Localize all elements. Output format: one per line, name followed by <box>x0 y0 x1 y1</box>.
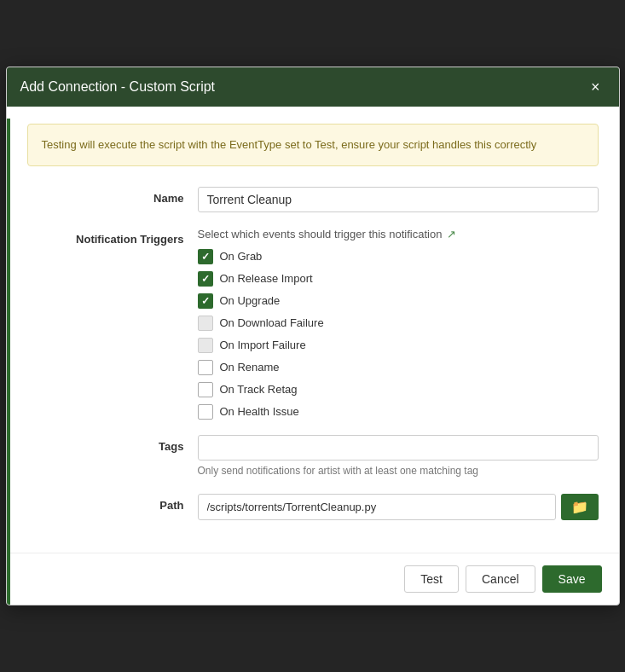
checkbox-disabled-3 <box>198 316 213 331</box>
checkbox-label-1[interactable]: On Release Import <box>220 272 313 285</box>
triggers-wrap: Select which events should trigger this … <box>198 228 599 420</box>
checkbox-disabled-4 <box>198 338 213 353</box>
triggers-header: Select which events should trigger this … <box>198 228 599 240</box>
checkbox-unchecked-6[interactable] <box>198 382 213 397</box>
tags-input[interactable] <box>198 435 599 461</box>
checkbox-checked-2[interactable] <box>198 293 213 309</box>
name-row: Name <box>27 187 599 212</box>
info-box: Testing will execute the script with the… <box>27 124 599 166</box>
checkbox-item: On Track Retag <box>198 382 599 397</box>
triggers-label: Notification Triggers <box>27 228 198 246</box>
name-label: Name <box>27 187 198 205</box>
checkbox-unchecked-7[interactable] <box>198 404 213 420</box>
tags-field-wrap: Only send notifications for artist with … <box>198 435 599 478</box>
checkbox-label-3: On Download Failure <box>220 316 324 329</box>
modal-footer: Test Cancel Save <box>7 553 619 605</box>
checkbox-label-6[interactable]: On Track Retag <box>220 383 298 396</box>
modal-title: Add Connection - Custom Script <box>20 79 216 95</box>
modal-header: Add Connection - Custom Script × <box>7 67 619 107</box>
path-label: Path <box>27 494 198 512</box>
cancel-button[interactable]: Cancel <box>466 565 535 593</box>
path-row: Path 📁 <box>27 494 599 520</box>
checkbox-item: On Release Import <box>198 271 599 287</box>
path-wrap: 📁 <box>198 494 599 520</box>
external-link-icon: ↗ <box>447 228 456 240</box>
checkbox-list: On GrabOn Release ImportOn UpgradeOn Dow… <box>198 249 599 420</box>
modal-dialog: Add Connection - Custom Script × Testing… <box>6 67 620 605</box>
checkbox-checked-1[interactable] <box>198 271 213 287</box>
checkbox-item: On Grab <box>198 249 599 264</box>
triggers-header-text: Select which events should trigger this … <box>198 228 443 240</box>
path-input[interactable] <box>198 494 556 520</box>
checkbox-checked-0[interactable] <box>198 249 213 264</box>
close-button[interactable]: × <box>586 78 605 96</box>
test-button[interactable]: Test <box>404 565 459 593</box>
save-button[interactable]: Save <box>542 565 602 593</box>
tags-hint: Only send notifications for artist with … <box>198 464 599 478</box>
tags-label: Tags <box>27 435 198 453</box>
checkbox-label-0[interactable]: On Grab <box>220 250 263 263</box>
tags-row: Tags Only send notifications for artist … <box>27 435 599 478</box>
name-input[interactable] <box>198 187 599 212</box>
checkbox-label-4: On Import Failure <box>220 339 306 351</box>
checkbox-label-7[interactable]: On Health Issue <box>220 405 299 418</box>
checkbox-label-2[interactable]: On Upgrade <box>220 294 281 307</box>
checkbox-item: On Download Failure <box>198 316 599 331</box>
checkbox-label-5[interactable]: On Rename <box>220 361 280 374</box>
triggers-row: Notification Triggers Select which event… <box>27 228 599 420</box>
checkbox-item: On Rename <box>198 360 599 375</box>
browse-button[interactable]: 📁 <box>561 494 599 520</box>
checkbox-item: On Import Failure <box>198 338 599 353</box>
name-field-wrap <box>198 187 599 212</box>
path-field-wrap: 📁 <box>198 494 599 520</box>
info-text: Testing will execute the script with the… <box>42 138 537 151</box>
browse-icon: 📁 <box>571 499 588 515</box>
checkbox-item: On Upgrade <box>198 293 599 309</box>
checkbox-item: On Health Issue <box>198 404 599 420</box>
checkbox-unchecked-5[interactable] <box>198 360 213 375</box>
modal-body: Testing will execute the script with the… <box>7 107 619 552</box>
modal-overlay: Add Connection - Custom Script × Testing… <box>0 0 625 672</box>
